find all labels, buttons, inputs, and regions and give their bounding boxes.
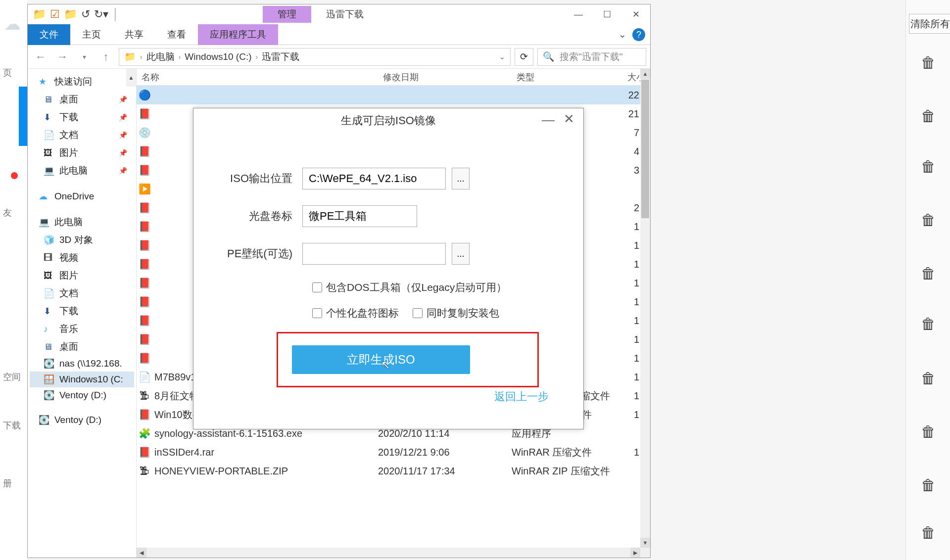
trash-icon[interactable]: 🗑 bbox=[921, 423, 936, 440]
maximize-button[interactable]: ☐ bbox=[593, 4, 621, 24]
horizontal-scrollbar[interactable]: ◀ ▶ bbox=[137, 548, 640, 558]
dialog-body: ISO输出位置 ... 光盘卷标 PE壁纸(可选) ... 包含DOS工具箱（仅… bbox=[193, 133, 583, 387]
tab-file[interactable]: 文件 bbox=[28, 24, 70, 45]
tree-3dobjects[interactable]: 🧊3D 对象 bbox=[30, 231, 134, 249]
scroll-up-icon[interactable]: ▲ bbox=[640, 69, 650, 79]
close-button[interactable]: ✕ bbox=[621, 4, 650, 24]
copy-pkg-checkbox[interactable] bbox=[413, 308, 423, 318]
copy-pkg-checkbox-label[interactable]: 同时复制安装包 bbox=[413, 306, 499, 320]
breadcrumb-item[interactable]: 迅雷下载 bbox=[262, 50, 299, 63]
tree-label: 下载 bbox=[59, 305, 78, 318]
desktop-icon: 🖥 bbox=[44, 94, 54, 105]
file-type-icon: 📕 bbox=[139, 202, 150, 214]
close-button[interactable]: ✕ bbox=[564, 111, 574, 127]
back-button[interactable]: ← bbox=[32, 48, 49, 66]
tree-thispc[interactable]: 💻此电脑📌 bbox=[30, 162, 134, 180]
trash-icon[interactable]: 🗑 bbox=[921, 370, 936, 387]
tree-thispc-root[interactable]: 💻此电脑 bbox=[30, 213, 134, 231]
search-icon: 🔍 bbox=[543, 51, 555, 62]
tab-app-tools[interactable]: 应用程序工具 bbox=[198, 24, 278, 45]
tab-view[interactable]: 查看 bbox=[155, 24, 198, 45]
scroll-thumb[interactable] bbox=[641, 80, 649, 218]
browse-iso-path-button[interactable]: ... bbox=[452, 168, 470, 189]
tree-quick-access[interactable]: ★快速访问 bbox=[30, 73, 134, 91]
scroll-right-icon[interactable]: ▶ bbox=[630, 548, 640, 558]
tab-share[interactable]: 共享 bbox=[113, 24, 155, 45]
tree-music[interactable]: ♪音乐 bbox=[30, 320, 134, 338]
back-link[interactable]: 返回上一步 bbox=[494, 389, 549, 404]
help-icon[interactable]: ? bbox=[632, 28, 645, 41]
dialog-title: 生成可启动ISO镜像 bbox=[341, 113, 436, 128]
refresh-button[interactable]: ⟳ bbox=[515, 48, 533, 66]
search-box[interactable]: 🔍 搜索"迅雷下载" bbox=[537, 48, 646, 66]
trash-icon[interactable]: 🗑 bbox=[921, 54, 936, 71]
tree-downloads[interactable]: ⬇下载📌 bbox=[30, 108, 134, 126]
dos-checkbox-label[interactable]: 包含DOS工具箱（仅Legacy启动可用） bbox=[312, 280, 507, 294]
trash-icon[interactable]: 🗑 bbox=[921, 316, 936, 332]
ribbon-collapse-icon[interactable]: ⌄ bbox=[618, 29, 626, 40]
file-type-icon: 📕 bbox=[139, 333, 150, 345]
col-name[interactable]: 名称 bbox=[137, 71, 378, 83]
tree-onedrive[interactable]: ☁OneDrive bbox=[30, 188, 134, 204]
tree-nas[interactable]: 💽nas (\\192.168. bbox=[30, 356, 134, 372]
custom-icon-checkbox[interactable] bbox=[312, 308, 322, 318]
breadcrumb-item[interactable]: Windows10 (C:) bbox=[185, 51, 251, 62]
tree-downloads2[interactable]: ⬇下载 bbox=[30, 302, 134, 320]
file-row[interactable]: 📕inSSIDer4.rar2019/12/21 9:06WinRAR 压缩文件… bbox=[137, 443, 650, 462]
browse-wallpaper-button[interactable]: ... bbox=[452, 243, 470, 265]
tree-ventoy2[interactable]: 💽Ventoy (D:) bbox=[30, 412, 134, 428]
file-type-icon: 📄 bbox=[139, 371, 150, 383]
trash-icon[interactable]: 🗑 bbox=[921, 524, 936, 541]
tree-win10c[interactable]: 🪟Windows10 (C: bbox=[30, 372, 134, 387]
col-date[interactable]: 修改日期 bbox=[378, 71, 512, 83]
quick-launch: 📁 ☑ 📁 ↺ ↻▾ │ bbox=[28, 8, 119, 21]
scroll-left-icon[interactable]: ◀ bbox=[137, 548, 146, 558]
up-button[interactable]: ↑ bbox=[97, 48, 115, 66]
folder-icon: 📁 bbox=[124, 51, 136, 62]
tree-desktop[interactable]: 🖥桌面📌 bbox=[30, 91, 134, 108]
document-icon: 📄 bbox=[44, 288, 54, 299]
minimize-button[interactable]: — bbox=[542, 112, 555, 128]
forward-button[interactable]: → bbox=[53, 48, 71, 66]
trash-icon[interactable]: 🗑 bbox=[921, 108, 936, 125]
file-type-icon: 📕 bbox=[139, 221, 150, 233]
iso-path-input[interactable] bbox=[302, 168, 446, 189]
file-type-icon: 🗜 bbox=[139, 390, 150, 402]
dos-checkbox[interactable] bbox=[312, 282, 322, 292]
bg-text: 册 bbox=[3, 477, 12, 489]
redo-icon[interactable]: ↻▾ bbox=[94, 8, 108, 21]
trash-icon[interactable]: 🗑 bbox=[921, 158, 936, 175]
tree-pictures2[interactable]: 🖼图片 bbox=[30, 267, 134, 284]
volume-input[interactable] bbox=[302, 205, 417, 227]
col-type[interactable]: 类型 bbox=[512, 71, 616, 83]
undo-icon[interactable]: ↺ bbox=[81, 8, 90, 21]
minimize-button[interactable]: — bbox=[564, 4, 593, 24]
trash-icon[interactable]: 🗑 bbox=[921, 212, 936, 229]
nav-tree: ▲ ★快速访问 🖥桌面📌 ⬇下载📌 📄文档📌 🖼图片📌 💻此电脑📌 ☁OneDr… bbox=[28, 69, 137, 558]
onedrive-icon: ☁ bbox=[39, 191, 49, 202]
vertical-scrollbar[interactable]: ▲ ▼ bbox=[640, 69, 650, 558]
generate-iso-button[interactable]: 立即生成ISO ↖ bbox=[292, 345, 470, 374]
trash-icon[interactable]: 🗑 bbox=[921, 265, 936, 282]
wallpaper-input[interactable] bbox=[302, 243, 446, 265]
file-row[interactable]: 🔵22 bbox=[137, 86, 650, 104]
tree-documents2[interactable]: 📄文档 bbox=[30, 284, 134, 302]
dialog-titlebar: 生成可启动ISO镜像 — ✕ bbox=[193, 108, 583, 133]
clear-all-button[interactable]: 清除所有 bbox=[909, 14, 950, 34]
window-title: 迅雷下载 bbox=[326, 8, 364, 21]
tree-pictures[interactable]: 🖼图片📌 bbox=[30, 144, 134, 162]
file-name: inSSIDer4.rar bbox=[154, 447, 214, 458]
tree-documents[interactable]: 📄文档📌 bbox=[30, 126, 134, 144]
breadcrumb[interactable]: 📁 › 此电脑 › Windows10 (C:) › 迅雷下载 ⌄ bbox=[119, 48, 511, 66]
scroll-down-icon[interactable]: ▼ bbox=[640, 538, 650, 548]
recent-dropdown[interactable]: ▾ bbox=[75, 48, 93, 66]
download-icon: ⬇ bbox=[44, 306, 54, 317]
tree-ventoy[interactable]: 💽Ventoy (D:) bbox=[30, 387, 134, 403]
custom-icon-checkbox-label[interactable]: 个性化盘符图标 bbox=[312, 306, 399, 320]
breadcrumb-item[interactable]: 此电脑 bbox=[146, 50, 175, 63]
file-row[interactable]: 🗜HONEYVIEW-PORTABLE.ZIP2020/11/17 17:34W… bbox=[137, 462, 650, 480]
tree-desktop2[interactable]: 🖥桌面 bbox=[30, 338, 134, 356]
tree-videos[interactable]: 🎞视频 bbox=[30, 249, 134, 267]
tab-home[interactable]: 主页 bbox=[70, 24, 113, 45]
trash-icon[interactable]: 🗑 bbox=[921, 477, 936, 494]
